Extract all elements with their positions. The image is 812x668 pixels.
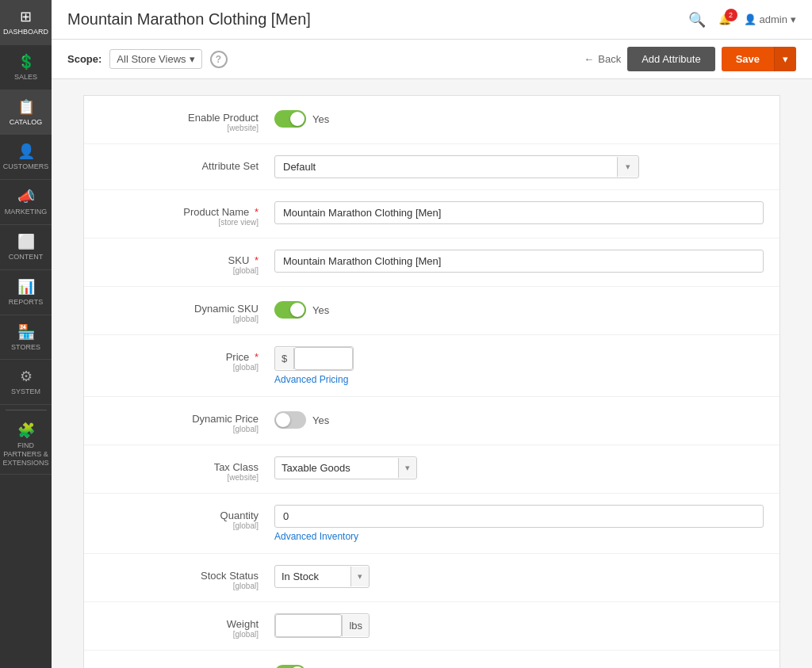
toggle-knob bbox=[290, 112, 304, 126]
attribute-set-label-col: Attribute Set bbox=[100, 155, 274, 172]
sidebar-item-label-stores: Stores bbox=[11, 343, 40, 352]
enable-product-control: Yes bbox=[274, 107, 764, 128]
dynamic-price-toggle-knob bbox=[276, 413, 290, 427]
marketing-icon: 📣 bbox=[17, 188, 35, 205]
weight-label: Weight bbox=[227, 618, 259, 630]
dynamic-price-toggle[interactable] bbox=[274, 411, 306, 429]
dynamic-price-label-col: Dynamic Price [global] bbox=[100, 408, 274, 433]
tax-class-scope: [website] bbox=[100, 473, 259, 482]
dashboard-icon: ⊞ bbox=[20, 8, 32, 25]
dynamic-weight-toggle-wrapper: Yes bbox=[274, 662, 764, 668]
scope-selector[interactable]: All Store Views ▾ bbox=[109, 49, 201, 69]
topbar-left: Mountain Marathon Clothing [Men] bbox=[67, 10, 311, 29]
product-name-input[interactable] bbox=[274, 201, 764, 224]
enable-product-yes-label: Yes bbox=[312, 113, 329, 125]
sidebar-item-customers[interactable]: 👤 Customers bbox=[0, 135, 52, 180]
sidebar-item-system[interactable]: ⚙ System bbox=[0, 360, 52, 405]
stock-status-label-col: Stock Status [global] bbox=[100, 565, 274, 590]
admin-label: admin bbox=[760, 13, 787, 25]
product-name-control bbox=[274, 201, 764, 224]
sidebar-item-catalog[interactable]: 📋 Catalog bbox=[0, 90, 52, 136]
dynamic-weight-toggle[interactable] bbox=[274, 665, 306, 668]
weight-scope: [global] bbox=[100, 630, 259, 639]
price-label: Price bbox=[226, 351, 250, 363]
sidebar-item-reports[interactable]: 📊 Reports bbox=[0, 270, 52, 315]
sidebar-item-marketing[interactable]: 📣 Marketing bbox=[0, 180, 52, 225]
save-button[interactable]: Save bbox=[722, 47, 774, 71]
weight-control: lbs bbox=[274, 613, 764, 638]
save-dropdown-button[interactable]: ▾ bbox=[774, 47, 796, 71]
sidebar-item-label-catalog: Catalog bbox=[10, 118, 43, 127]
back-button[interactable]: ← Back bbox=[584, 53, 621, 65]
attribute-set-select[interactable]: Default Top Bottom Shoes bbox=[275, 156, 617, 177]
tax-class-row: Tax Class [website] None Taxable Goods S… bbox=[84, 445, 779, 494]
advanced-inventory-link[interactable]: Advanced Inventory bbox=[274, 531, 764, 542]
dynamic-weight-control: Yes bbox=[274, 662, 764, 668]
sidebar-item-label-customers: Customers bbox=[3, 162, 48, 171]
price-input-group: $ bbox=[274, 346, 354, 371]
scopebar-right: ← Back Add Attribute Save ▾ bbox=[584, 47, 796, 71]
scope-chevron-icon: ▾ bbox=[190, 53, 195, 65]
quantity-label-col: Quantity [global] bbox=[100, 505, 274, 530]
find-partners-icon: 🧩 bbox=[17, 422, 35, 439]
sidebar-item-sales[interactable]: 💲 Sales bbox=[0, 45, 52, 90]
weight-row: Weight [global] lbs bbox=[84, 602, 779, 651]
tax-class-label: Tax Class bbox=[214, 461, 259, 473]
admin-menu-button[interactable]: 👤 admin ▾ bbox=[744, 13, 796, 25]
weight-input[interactable] bbox=[275, 614, 342, 637]
system-icon: ⚙ bbox=[20, 368, 33, 385]
sidebar-item-dashboard[interactable]: ⊞ Dashboard bbox=[0, 0, 52, 45]
product-name-scope: [store view] bbox=[100, 218, 259, 227]
tax-class-label-col: Tax Class [website] bbox=[100, 456, 274, 482]
dynamic-price-row: Dynamic Price [global] Yes bbox=[84, 397, 779, 445]
enable-product-scope: [website] bbox=[100, 124, 259, 132]
help-button[interactable]: ? bbox=[210, 51, 228, 68]
product-name-row: Product Name * [store view] bbox=[84, 190, 779, 239]
stock-status-select[interactable]: In Stock Out of Stock bbox=[275, 566, 350, 587]
sidebar-item-content[interactable]: ⬜ Content bbox=[0, 225, 52, 270]
advanced-pricing-link[interactable]: Advanced Pricing bbox=[274, 374, 764, 385]
catalog-icon: 📋 bbox=[17, 98, 35, 116]
stock-status-control: In Stock Out of Stock ▾ bbox=[274, 565, 764, 588]
quantity-label: Quantity bbox=[220, 510, 259, 521]
sidebar: ⊞ Dashboard 💲 Sales 📋 Catalog 👤 Customer… bbox=[0, 0, 52, 668]
sidebar-item-find-partners[interactable]: 🧩 Find Partners & Extensions bbox=[0, 415, 52, 474]
sku-control bbox=[274, 250, 764, 273]
dynamic-price-scope: [global] bbox=[100, 425, 259, 433]
attribute-set-select-wrapper: Default Top Bottom Shoes ▾ bbox=[274, 155, 639, 178]
reports-icon: 📊 bbox=[17, 278, 35, 296]
sku-label-col: SKU * [global] bbox=[100, 250, 274, 275]
add-attribute-button[interactable]: Add Attribute bbox=[627, 47, 714, 71]
scope-label: Scope: bbox=[67, 53, 102, 65]
save-chevron-icon: ▾ bbox=[783, 53, 788, 65]
topbar-right: 🔍 🔔 2 👤 admin ▾ bbox=[688, 11, 796, 29]
search-icon[interactable]: 🔍 bbox=[688, 11, 706, 29]
stock-status-label: Stock Status bbox=[201, 570, 259, 582]
price-row: Price * [global] $ Advanced Pricing bbox=[84, 335, 779, 397]
dynamic-sku-scope: [global] bbox=[100, 315, 259, 323]
notifications-button[interactable]: 🔔 2 bbox=[718, 13, 731, 25]
quantity-scope: [global] bbox=[100, 521, 259, 530]
notification-count: 2 bbox=[725, 9, 737, 21]
dynamic-price-toggle-wrapper: Yes bbox=[274, 408, 764, 429]
product-name-label: Product Name bbox=[183, 206, 249, 218]
sidebar-item-stores[interactable]: 🏪 Stores bbox=[0, 315, 52, 361]
stock-status-row: Stock Status [global] In Stock Out of St… bbox=[84, 554, 779, 602]
enable-product-toggle[interactable] bbox=[274, 110, 306, 128]
product-form: Enable Product [website] Yes Attribute S… bbox=[83, 95, 780, 668]
quantity-input[interactable] bbox=[274, 505, 764, 528]
tax-class-select[interactable]: None Taxable Goods Shipping bbox=[275, 457, 398, 479]
product-name-required: * bbox=[255, 206, 259, 218]
sales-icon: 💲 bbox=[17, 53, 35, 71]
dynamic-weight-row: Dynamic Weight [global] Yes bbox=[84, 651, 779, 668]
enable-product-toggle-wrapper: Yes bbox=[274, 107, 764, 128]
sidebar-item-label-sales: Sales bbox=[14, 73, 37, 82]
stock-status-scope: [global] bbox=[100, 582, 259, 590]
sku-required: * bbox=[255, 254, 259, 266]
attribute-set-control: Default Top Bottom Shoes ▾ bbox=[274, 155, 764, 178]
sku-input[interactable] bbox=[274, 250, 764, 273]
weight-input-group: lbs bbox=[274, 613, 370, 638]
dynamic-sku-toggle[interactable] bbox=[274, 301, 306, 319]
weight-suffix: lbs bbox=[342, 615, 369, 636]
price-input[interactable] bbox=[294, 347, 353, 370]
